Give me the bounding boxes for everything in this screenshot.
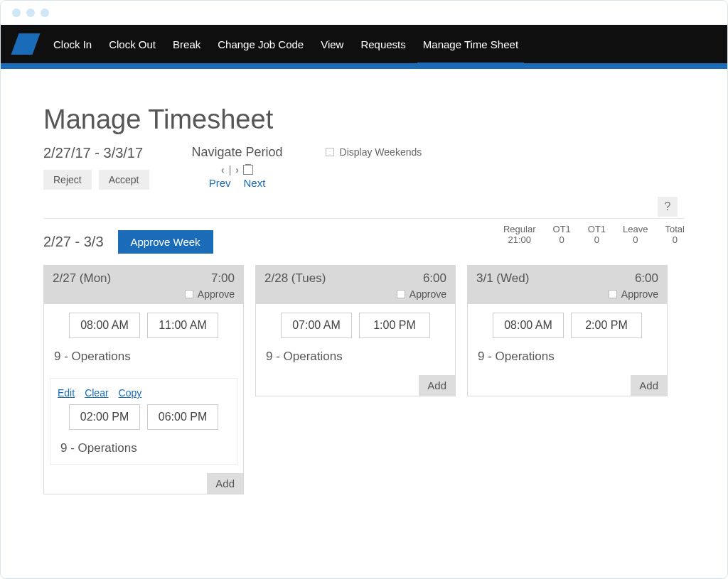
day-date: 2/27 (Mon) (53, 271, 111, 286)
help-button[interactable]: ? (658, 197, 678, 217)
section-divider (43, 218, 685, 219)
add-entry-button[interactable]: Add (207, 473, 243, 494)
copy-entry-link[interactable]: Copy (119, 387, 142, 399)
period-range: 2/27/17 - 3/3/17 (43, 145, 149, 161)
start-time-input[interactable]: 02:00 PM (69, 404, 140, 430)
end-time-input[interactable]: 2:00 PM (571, 313, 642, 338)
next-period-link[interactable]: Next (244, 177, 266, 189)
end-time-input[interactable]: 06:00 PM (147, 404, 218, 430)
accent-bar (1, 63, 727, 69)
window-max-dot[interactable] (41, 9, 49, 17)
summary-row: Regular21:00OT10OT10Leave0Total0 (503, 224, 685, 245)
summary-leave: Leave0 (623, 224, 648, 245)
summary-ot1: OT10 (588, 224, 606, 245)
approve-day-checkbox[interactable] (609, 290, 617, 298)
summary-total: Total0 (665, 224, 685, 245)
add-entry-button[interactable]: Add (631, 375, 667, 396)
summary-regular: Regular21:00 (503, 224, 536, 245)
day-date: 3/1 (Wed) (476, 271, 529, 286)
display-weekends-checkbox[interactable] (326, 148, 334, 156)
prev-period-link[interactable]: Prev (209, 177, 231, 189)
time-entry: 08:00 AM11:00 AM9 - Operations (44, 304, 243, 372)
summary-ot1: OT10 (553, 224, 571, 245)
day-hours: 7:00 (211, 271, 235, 286)
approve-day-label: Approve (198, 288, 235, 300)
job-code-label: 9 - Operations (263, 345, 448, 365)
start-time-input[interactable]: 07:00 AM (281, 313, 352, 338)
day-card: 3/1 (Wed)6:00Approve08:00 AM2:00 PM9 - O… (467, 265, 668, 396)
chevron-right-icon[interactable]: › (235, 164, 239, 175)
divider: | (229, 164, 232, 175)
add-entry-button[interactable]: Add (419, 375, 455, 396)
page-title: Manage Timesheet (43, 104, 685, 135)
nav-item-clock-out[interactable]: Clock Out (109, 26, 156, 63)
app-logo-icon (11, 33, 41, 55)
day-hours: 6:00 (635, 271, 658, 286)
approve-week-button[interactable]: Approve Week (118, 230, 213, 254)
job-code-label: 9 - Operations (51, 345, 236, 365)
approve-day-checkbox[interactable] (185, 290, 193, 298)
nav-item-change-job-code[interactable]: Change Job Code (218, 26, 304, 63)
navigate-period-label: Navigate Period (192, 145, 283, 160)
nav-item-clock-in[interactable]: Clock In (53, 26, 92, 63)
start-time-input[interactable]: 08:00 AM (493, 313, 564, 338)
approve-day-label: Approve (410, 288, 446, 300)
accept-button[interactable]: Accept (99, 170, 149, 190)
day-hours: 6:00 (423, 271, 446, 286)
window-min-dot[interactable] (26, 9, 35, 17)
calendar-icon[interactable] (243, 165, 253, 175)
time-entry: EditClearCopy02:00 PM06:00 PM9 - Operati… (50, 378, 237, 465)
nav-item-break[interactable]: Break (173, 26, 200, 63)
start-time-input[interactable]: 08:00 AM (69, 313, 140, 338)
week-range: 2/27 - 3/3 (43, 234, 104, 250)
day-date: 2/28 (Tues) (264, 271, 326, 286)
display-weekends-label: Display Weekends (340, 146, 422, 158)
end-time-input[interactable]: 11:00 AM (147, 313, 218, 338)
approve-day-checkbox[interactable] (397, 290, 405, 298)
chevron-left-icon[interactable]: ‹ (221, 164, 225, 175)
nav-item-requests[interactable]: Requests (360, 26, 405, 63)
top-nav: Clock InClock OutBreakChange Job CodeVie… (1, 25, 727, 63)
end-time-input[interactable]: 1:00 PM (359, 313, 430, 338)
time-entry: 07:00 AM1:00 PM9 - Operations (256, 304, 455, 372)
nav-item-view[interactable]: View (321, 26, 343, 63)
edit-entry-link[interactable]: Edit (58, 387, 75, 399)
approve-day-label: Approve (621, 288, 658, 300)
time-entry: 08:00 AM2:00 PM9 - Operations (468, 304, 667, 372)
browser-titlebar (1, 1, 727, 25)
nav-item-manage-time-sheet[interactable]: Manage Time Sheet (423, 26, 518, 63)
window-close-dot[interactable] (12, 9, 21, 17)
job-code-label: 9 - Operations (58, 437, 230, 457)
day-card: 2/27 (Mon)7:00Approve08:00 AM11:00 AM9 -… (43, 265, 244, 494)
job-code-label: 9 - Operations (475, 345, 660, 365)
clear-entry-link[interactable]: Clear (85, 387, 108, 399)
day-card: 2/28 (Tues)6:00Approve07:00 AM1:00 PM9 -… (255, 265, 456, 396)
reject-button[interactable]: Reject (43, 170, 92, 190)
